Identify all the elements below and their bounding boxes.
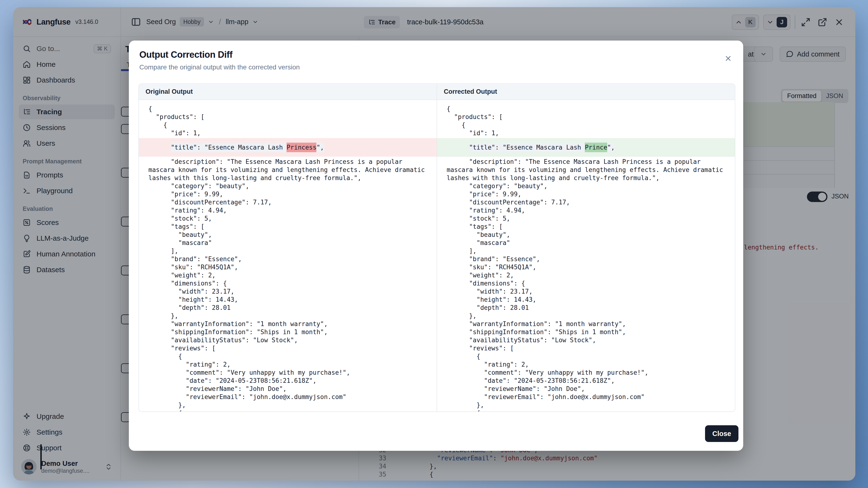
json-line: { [139,409,437,412]
json-line: }, [437,312,735,320]
json-line: "category": "beauty", [139,182,437,190]
json-line: "height": 14.43, [139,295,437,304]
removed-line: "title": "Essence Mascara Lash Princess"… [139,138,437,157]
json-line: "depth": 28.01 [139,304,437,312]
added-line: "title": "Essence Mascara Lash Prince", [437,138,735,157]
json-line: "width": 23.17, [139,287,437,295]
json-line: "tags": [ [139,223,437,231]
json-line: "availabilityStatus": "Low Stock", [437,336,735,344]
diff-container: Original Output Corrected Output { "prod… [138,84,735,412]
output-correction-diff-modal: Output Correction Diff Compare the origi… [129,40,743,451]
json-line: ], [139,247,437,255]
json-line: "reviewerName": "John Doe", [139,385,437,393]
json-line: { [139,352,437,360]
json-line: "rating": 4.94, [139,206,437,215]
app-window: Langfuse v3.146.0 Seed Org Hobby / llm-a… [13,7,855,481]
json-line: "price": 9.99, [437,190,735,198]
json-line: "warrantyInformation": "1 month warranty… [139,320,437,328]
diff-body: { "products": [ { "id": 1, "title": "Ess… [139,100,735,412]
json-line: "tags": [ [437,223,735,231]
json-line: "comment": "Very unhappy with my purchas… [437,368,735,377]
json-line: "sku": "RCH45Q1A", [437,263,735,271]
json-line: "brand": "Essence", [437,255,735,263]
removed-word: Princess [286,143,316,152]
json-line: "products": [ [437,113,735,121]
json-line: }, [139,312,437,320]
json-line: "id": 1, [437,129,735,137]
json-line: { [437,105,735,113]
original-output-header: Original Output [139,84,437,99]
json-line: "comment": "Very unhappy with my purchas… [139,368,437,377]
json-line: "discountPercentage": 7.17, [139,198,437,206]
diff-header-row: Original Output Corrected Output [139,84,735,100]
json-line: "beauty", [139,231,437,239]
json-line: "stock": 5, [437,215,735,223]
modal-title: Output Correction Diff [140,50,232,60]
json-line: "availabilityStatus": "Low Stock", [139,336,437,344]
json-line: "weight": 2, [437,271,735,279]
json-line: "rating": 4.94, [437,206,735,215]
corrected-output-header: Corrected Output [437,84,735,99]
json-line: "reviewerEmail": "john.doe@x.dummyjson.c… [437,393,735,401]
json-line: "description": "The Essence Mascara Lash… [139,158,437,182]
json-line: "rating": 2, [437,360,735,368]
json-line: "beauty", [437,231,735,239]
json-line: "price": 9.99, [139,190,437,198]
close-button[interactable]: Close [705,425,739,442]
json-line: "brand": "Essence", [139,255,437,263]
json-line: "id": 1, [139,129,437,137]
json-line: "description": "The Essence Mascara Lash… [437,158,735,182]
json-line: "rating": 2, [139,360,437,368]
json-line: "shippingInformation": "Ships in 1 month… [139,328,437,336]
json-line: ], [437,247,735,255]
json-line: "mascara" [437,239,735,247]
original-output-panel[interactable]: { "products": [ { "id": 1, "title": "Ess… [139,100,437,412]
modal-subtitle: Compare the original output with the cor… [140,63,300,71]
json-line: "warrantyInformation": "1 month warranty… [437,320,735,328]
json-line: "mascara" [139,239,437,247]
json-line: { [139,121,437,129]
json-line: "width": 23.17, [437,287,735,295]
json-line: "sku": "RCH45Q1A", [139,263,437,271]
json-line: }, [437,401,735,409]
json-line: "stock": 5, [139,215,437,223]
json-line: "date": "2024-05-23T08:56:21.618Z", [139,377,437,385]
json-line: { [437,352,735,360]
json-line: "reviewerEmail": "john.doe@x.dummyjson.c… [139,393,437,401]
json-line: "shippingInformation": "Ships in 1 month… [437,328,735,336]
json-line: "dimensions": { [437,279,735,287]
json-line: "products": [ [139,113,437,121]
json-line: "discountPercentage": 7.17, [437,198,735,206]
json-line: "reviews": [ [437,344,735,352]
added-word: Prince [585,143,607,152]
modal-close-icon[interactable] [723,53,734,64]
json-line: "dimensions": { [139,279,437,287]
json-line: "category": "beauty", [437,182,735,190]
json-line: "height": 14.43, [437,295,735,304]
json-line: "depth": 28.01 [437,304,735,312]
corrected-output-panel[interactable]: { "products": [ { "id": 1, "title": "Ess… [437,100,735,412]
json-line: { [139,105,437,113]
json-line: "reviewerName": "John Doe", [437,385,735,393]
json-line: "reviews": [ [139,344,437,352]
json-line: { [437,121,735,129]
json-line: "weight": 2, [139,271,437,279]
json-line: "date": "2024-05-23T08:56:21.618Z", [437,377,735,385]
json-line: { [437,409,735,412]
json-line: }, [139,401,437,409]
